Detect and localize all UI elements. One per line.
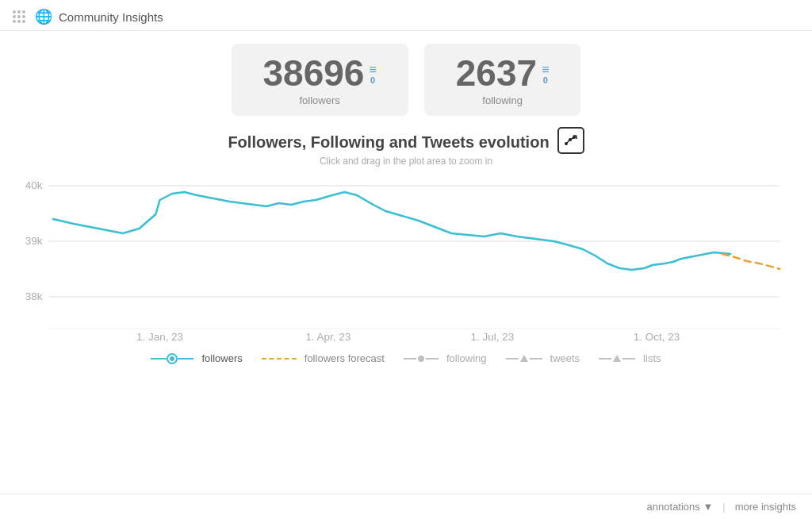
following-card: 2637 ≡ 0 following — [424, 44, 581, 116]
legend-label-followers: followers — [201, 352, 242, 364]
svg-text:40k: 40k — [25, 179, 43, 191]
chart-subtitle: Click and drag in the plot area to zoom … — [0, 156, 812, 167]
legend-label-lists: lists — [643, 352, 661, 364]
footer-separator: | — [722, 501, 725, 513]
drag-handle[interactable] — [13, 10, 25, 23]
following-number: 2637 ≡ 0 — [456, 55, 550, 91]
svg-line-3 — [566, 140, 570, 144]
legend-row: followers followers forecast following t… — [0, 352, 812, 364]
svg-text:1. Jul, 23: 1. Jul, 23 — [471, 331, 515, 343]
followers-badge-icon: ≡ — [369, 63, 376, 76]
trend-icon — [564, 133, 578, 148]
chart-mode-button[interactable] — [557, 127, 584, 154]
footer-bar: annotations ▼ | more insights — [0, 494, 812, 519]
legend-label-tweets: tweets — [550, 352, 580, 364]
chart-title: Followers, Following and Tweets evolutio… — [228, 133, 549, 152]
chart-svg: 40k 39k 38k 1. Jan, 23 1. Apr, 23 1. Jul… — [8, 170, 796, 344]
globe-icon: 🌐 — [35, 8, 52, 25]
followers-card: 38696 ≡ 0 followers — [232, 44, 408, 116]
legend-item-tweets[interactable]: tweets — [506, 352, 580, 364]
followers-badge: ≡ 0 — [369, 63, 376, 85]
followers-badge-num: 0 — [370, 76, 375, 85]
svg-text:1. Oct, 23: 1. Oct, 23 — [634, 331, 680, 343]
legend-label-following: following — [446, 352, 487, 364]
annotations-button[interactable]: annotations ▼ — [647, 501, 714, 513]
svg-text:39k: 39k — [25, 235, 43, 247]
more-insights-button[interactable]: more insights — [735, 501, 796, 513]
following-badge-num: 0 — [543, 76, 548, 85]
legend-item-followers[interactable]: followers — [151, 352, 242, 364]
followers-label: followers — [263, 94, 377, 106]
following-badge-icon: ≡ — [542, 63, 549, 76]
following-badge: ≡ 0 — [542, 63, 549, 85]
chart-container[interactable]: 40k 39k 38k 1. Jan, 23 1. Apr, 23 1. Jul… — [8, 170, 796, 344]
app-header: 🌐 Community Insights — [0, 0, 812, 31]
legend-item-lists[interactable]: lists — [599, 352, 661, 364]
svg-text:1. Jan, 23: 1. Jan, 23 — [136, 331, 183, 343]
page-title: Community Insights — [59, 10, 163, 24]
legend-label-forecast: followers forecast — [304, 352, 385, 364]
following-label: following — [456, 94, 550, 106]
stats-row: 38696 ≡ 0 followers 2637 ≡ 0 following — [0, 31, 812, 124]
svg-text:1. Apr, 23: 1. Apr, 23 — [305, 331, 350, 343]
followers-number: 38696 ≡ 0 — [263, 55, 377, 91]
svg-text:38k: 38k — [25, 290, 43, 302]
legend-item-forecast[interactable]: followers forecast — [262, 352, 385, 364]
legend-item-following[interactable]: following — [404, 352, 487, 364]
